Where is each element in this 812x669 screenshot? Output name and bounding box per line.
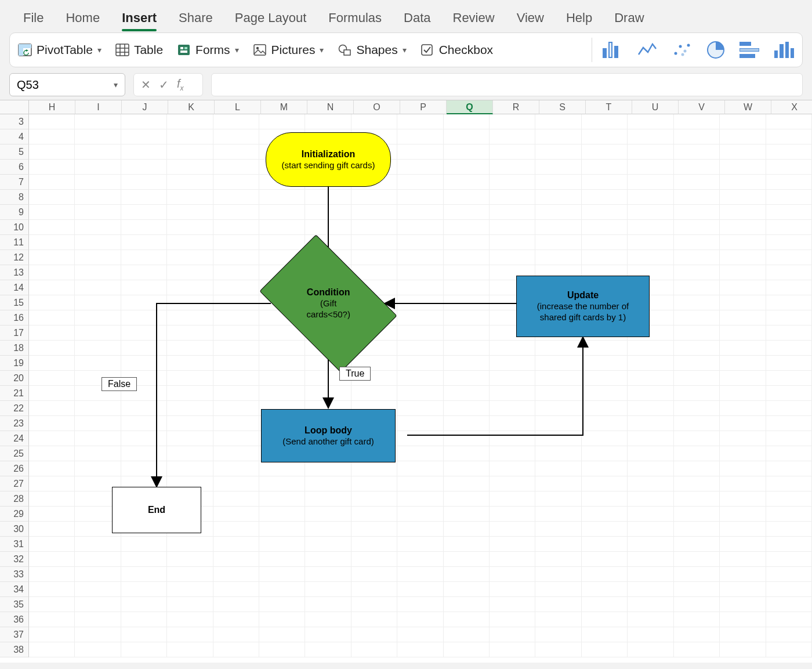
column-header-S[interactable]: S: [539, 100, 586, 114]
column-header-K[interactable]: K: [168, 100, 215, 114]
loop-sub: (Send another gift card): [282, 436, 374, 447]
chart-buttons-group: [592, 38, 794, 62]
row-header-34[interactable]: 34: [0, 582, 29, 597]
row-header-25[interactable]: 25: [0, 446, 29, 461]
pivottable-label: PivotTable: [37, 43, 93, 57]
row-header-23[interactable]: 23: [0, 416, 29, 431]
row-header-36[interactable]: 36: [0, 612, 29, 627]
column-header-W[interactable]: W: [725, 100, 771, 114]
row-header-22[interactable]: 22: [0, 401, 29, 416]
loop-title: Loop body: [304, 425, 352, 436]
menu-share[interactable]: Share: [179, 10, 213, 26]
row-header-37[interactable]: 37: [0, 627, 29, 642]
row-header-21[interactable]: 21: [0, 386, 29, 401]
menu-pagelayout[interactable]: Page Layout: [235, 10, 307, 26]
shapes-button[interactable]: Shapes ▾: [338, 43, 406, 57]
pictures-button[interactable]: Pictures ▾: [253, 43, 324, 57]
column-header-I[interactable]: I: [75, 100, 122, 114]
flow-update[interactable]: Update (increase the number of shared gi…: [516, 276, 650, 337]
row-header-6[interactable]: 6: [0, 160, 29, 175]
scatter-chart-icon[interactable]: [672, 42, 692, 58]
column-header-T[interactable]: T: [586, 100, 632, 114]
cells-area[interactable]: [29, 114, 812, 657]
row-header-13[interactable]: 13: [0, 265, 29, 280]
column-chart-icon[interactable]: [603, 42, 622, 58]
flow-loop-body[interactable]: Loop body (Send another gift card): [261, 409, 396, 462]
column-header-X[interactable]: X: [771, 100, 812, 114]
row-headers: 3456789101112131415161718192021222324252…: [0, 114, 29, 657]
row-header-26[interactable]: 26: [0, 461, 29, 476]
row-header-9[interactable]: 9: [0, 205, 29, 220]
row-header-7[interactable]: 7: [0, 175, 29, 190]
chevron-down-icon: ▾: [235, 45, 239, 55]
row-header-3[interactable]: 3: [0, 114, 29, 129]
menu-view[interactable]: View: [517, 10, 544, 26]
flow-initialization[interactable]: Initialization (start sending gift cards…: [266, 132, 391, 187]
menu-insert[interactable]: Insert: [122, 10, 157, 26]
row-header-12[interactable]: 12: [0, 250, 29, 265]
bar-chart-icon[interactable]: [740, 42, 759, 58]
row-header-31[interactable]: 31: [0, 537, 29, 552]
column-header-U[interactable]: U: [632, 100, 679, 114]
select-all-corner[interactable]: [0, 100, 29, 114]
row-header-28[interactable]: 28: [0, 491, 29, 507]
row-header-35[interactable]: 35: [0, 597, 29, 612]
column-header-L[interactable]: L: [215, 100, 261, 114]
menu-formulas[interactable]: Formulas: [328, 10, 382, 26]
row-header-10[interactable]: 10: [0, 220, 29, 235]
column-header-H[interactable]: H: [29, 100, 75, 114]
row-header-16[interactable]: 16: [0, 310, 29, 326]
column-header-R[interactable]: R: [493, 100, 539, 114]
column-header-N[interactable]: N: [307, 100, 354, 114]
pivottable-button[interactable]: PivotTable ▾: [18, 43, 102, 57]
update-title: Update: [567, 290, 599, 301]
row-header-11[interactable]: 11: [0, 235, 29, 250]
forms-button[interactable]: Forms ▾: [177, 43, 239, 57]
table-button[interactable]: Table: [115, 43, 163, 57]
svg-point-20: [684, 50, 687, 53]
spreadsheet-grid[interactable]: HIJKLMNOPQRSTUVWX 3456789101112131415161…: [0, 100, 812, 663]
flow-end[interactable]: End: [112, 487, 201, 533]
name-box[interactable]: Q53 ▾: [9, 73, 125, 96]
column-header-J[interactable]: J: [122, 100, 168, 114]
row-header-32[interactable]: 32: [0, 552, 29, 567]
menu-file[interactable]: File: [23, 10, 44, 26]
column-header-O[interactable]: O: [354, 100, 400, 114]
line-chart-icon[interactable]: [637, 42, 657, 58]
menu-help[interactable]: Help: [566, 10, 592, 26]
row-header-18[interactable]: 18: [0, 341, 29, 356]
histogram-chart-icon[interactable]: [774, 42, 794, 58]
flow-condition[interactable]: Condition (Gift cards<50?): [271, 263, 386, 343]
row-header-19[interactable]: 19: [0, 356, 29, 371]
row-header-4[interactable]: 4: [0, 129, 29, 144]
row-header-5[interactable]: 5: [0, 144, 29, 160]
init-title: Initialization: [302, 149, 355, 160]
chevron-down-icon: ▾: [403, 45, 407, 55]
menu-data[interactable]: Data: [404, 10, 430, 26]
row-header-24[interactable]: 24: [0, 431, 29, 446]
column-header-Q[interactable]: Q: [447, 100, 493, 114]
menu-home[interactable]: Home: [66, 10, 100, 26]
pivottable-icon: [18, 44, 32, 56]
row-header-15[interactable]: 15: [0, 295, 29, 310]
row-header-14[interactable]: 14: [0, 280, 29, 295]
cancel-icon[interactable]: ✕: [141, 78, 151, 92]
row-header-17[interactable]: 17: [0, 326, 29, 341]
column-header-V[interactable]: V: [679, 100, 725, 114]
row-header-29[interactable]: 29: [0, 507, 29, 522]
row-header-20[interactable]: 20: [0, 371, 29, 386]
checkbox-button[interactable]: Checkbox: [420, 43, 493, 57]
menu-draw[interactable]: Draw: [614, 10, 644, 26]
row-header-27[interactable]: 27: [0, 476, 29, 491]
row-header-30[interactable]: 30: [0, 522, 29, 537]
formula-bar-input[interactable]: [211, 73, 803, 96]
fx-icon[interactable]: fx: [177, 77, 184, 92]
row-header-33[interactable]: 33: [0, 567, 29, 582]
confirm-icon[interactable]: ✓: [159, 78, 169, 92]
column-header-P[interactable]: P: [400, 100, 447, 114]
pie-chart-icon[interactable]: [707, 41, 724, 59]
column-header-M[interactable]: M: [261, 100, 307, 114]
row-header-38[interactable]: 38: [0, 642, 29, 657]
row-header-8[interactable]: 8: [0, 190, 29, 205]
menu-review[interactable]: Review: [453, 10, 495, 26]
